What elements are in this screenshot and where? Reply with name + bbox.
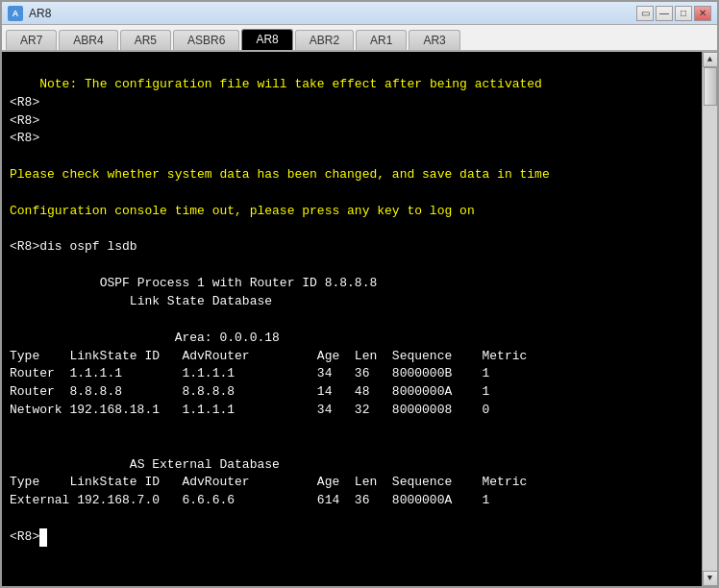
- tab-ar3[interactable]: AR3: [409, 30, 459, 50]
- terminal-line: Router 1.1.1.1 1.1.1.1 34 36 8000000B 1: [10, 366, 489, 380]
- scroll-thumb[interactable]: [704, 67, 717, 106]
- scroll-down-button[interactable]: ▼: [703, 571, 718, 586]
- terminal-line: Type LinkState ID AdvRouter Age Len Sequ…: [10, 349, 527, 363]
- tab-ar8[interactable]: AR8: [241, 29, 292, 50]
- terminal-line: External 192.168.7.0 6.6.6.6 614 36 8000…: [10, 493, 489, 507]
- terminal-output[interactable]: Note: The configuration file will take e…: [2, 52, 702, 586]
- tab-abr2[interactable]: ABR2: [295, 30, 354, 50]
- cursor: [39, 528, 47, 547]
- tab-abr4[interactable]: ABR4: [59, 30, 117, 50]
- terminal-line: OSPF Process 1 with Router ID 8.8.8.8: [10, 276, 377, 290]
- tab-ar7[interactable]: AR7: [6, 30, 57, 50]
- tab-asbr6[interactable]: ASBR6: [173, 30, 239, 50]
- main-window: A AR8 ▭ — □ ✕ AR7ABR4AR5ASBR6AR8ABR2AR1A…: [0, 0, 719, 588]
- window-title: AR8: [29, 7, 51, 20]
- scrollbar[interactable]: ▲ ▼: [702, 52, 717, 586]
- scroll-track[interactable]: [703, 67, 717, 571]
- scroll-up-button[interactable]: ▲: [703, 52, 718, 67]
- terminal-line: Router 8.8.8.8 8.8.8.8 14 48 8000000A 1: [10, 384, 489, 399]
- app-icon: A: [8, 6, 23, 21]
- terminal-line: Type LinkState ID AdvRouter Age Len Sequ…: [10, 475, 527, 489]
- terminal-line: <R8>: [10, 95, 39, 110]
- close-button[interactable]: ✕: [694, 6, 711, 21]
- terminal-line: Configuration console time out, please p…: [10, 204, 475, 218]
- terminal-line: <R8>: [10, 113, 39, 128]
- terminal-wrapper: Note: The configuration file will take e…: [2, 52, 717, 586]
- terminal-line: <R8>: [10, 131, 39, 145]
- maximize-button[interactable]: □: [675, 6, 692, 21]
- title-bar: A AR8 ▭ — □ ✕: [2, 2, 717, 25]
- terminal-line: Area: 0.0.0.18: [10, 331, 280, 345]
- terminal-line: Note: The configuration file will take e…: [39, 77, 542, 91]
- window-controls: ▭ — □ ✕: [636, 6, 711, 21]
- minimize-button[interactable]: —: [656, 6, 673, 21]
- terminal-line: <R8>: [10, 529, 39, 544]
- tab-bar: AR7ABR4AR5ASBR6AR8ABR2AR1AR3: [2, 25, 717, 52]
- restore-button[interactable]: ▭: [636, 6, 654, 21]
- terminal-line: AS External Database: [10, 457, 280, 472]
- terminal-line: Network 192.168.18.1 1.1.1.1 34 32 80000…: [10, 403, 489, 417]
- terminal-line: Please check whether system data has bee…: [10, 167, 550, 182]
- terminal-line: Link State Database: [10, 294, 272, 308]
- title-bar-left: A AR8: [8, 6, 51, 21]
- tab-ar1[interactable]: AR1: [356, 30, 407, 50]
- tab-ar5[interactable]: AR5: [120, 30, 171, 50]
- terminal-line: <R8>dis ospf lsdb: [10, 239, 137, 254]
